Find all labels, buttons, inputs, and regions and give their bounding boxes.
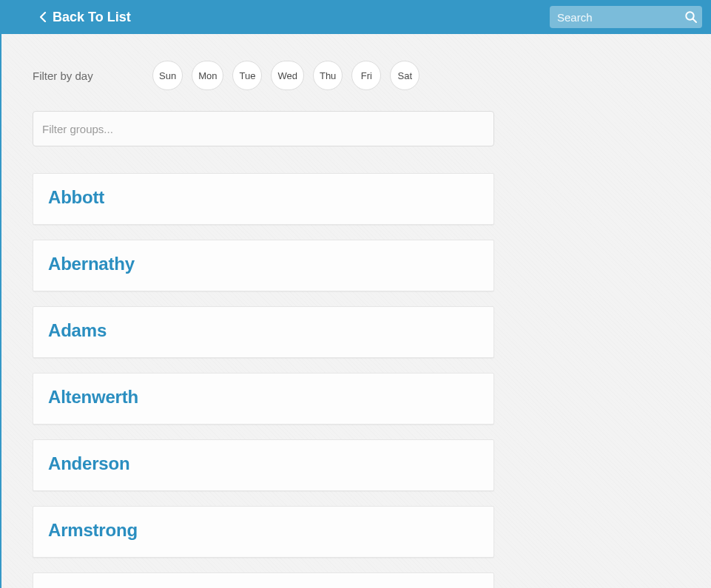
top-bar: Back To List — [0, 0, 711, 34]
day-pill-fri[interactable]: Fri — [351, 61, 381, 90]
day-pill-sat[interactable]: Sat — [390, 61, 419, 90]
group-title: Abbott — [48, 187, 479, 208]
group-title: Adams — [48, 320, 479, 341]
search-wrap — [550, 6, 702, 28]
group-title: Altenwerth — [48, 387, 479, 408]
left-accent-strip — [0, 34, 1, 588]
back-to-list-link[interactable]: Back To List — [0, 10, 131, 25]
group-title — [48, 581, 479, 588]
group-card[interactable]: Adams — [33, 306, 494, 358]
filter-groups-input[interactable] — [33, 111, 494, 146]
group-title: Abernathy — [48, 254, 479, 274]
day-pill-tue[interactable]: Tue — [232, 61, 262, 90]
day-pill-sun[interactable]: Sun — [152, 61, 183, 90]
group-card[interactable]: Abernathy — [33, 240, 494, 291]
group-card[interactable]: Anderson — [33, 439, 494, 491]
day-pill-thu[interactable]: Thu — [313, 61, 343, 90]
day-pill-wed[interactable]: Wed — [271, 61, 304, 90]
group-card[interactable] — [33, 572, 494, 588]
group-title: Armstrong — [48, 520, 479, 541]
back-to-list-label: Back To List — [53, 10, 131, 25]
group-card[interactable]: Altenwerth — [33, 373, 494, 425]
day-filter-pills: Sun Mon Tue Wed Thu Fri Sat — [152, 61, 419, 90]
group-card[interactable]: Armstrong — [33, 506, 494, 558]
day-pill-mon[interactable]: Mon — [192, 61, 223, 90]
search-icon[interactable] — [684, 10, 698, 24]
main-content: Filter by day Sun Mon Tue Wed Thu Fri Sa… — [0, 34, 494, 588]
group-list: Abbott Abernathy Adams Altenwerth Anders… — [33, 173, 494, 588]
filter-by-day-label: Filter by day — [33, 70, 152, 82]
chevron-left-icon — [40, 12, 47, 22]
filter-by-day-row: Filter by day Sun Mon Tue Wed Thu Fri Sa… — [33, 61, 494, 90]
group-title: Anderson — [48, 453, 479, 474]
search-input[interactable] — [550, 6, 702, 28]
group-card[interactable]: Abbott — [33, 173, 494, 225]
svg-line-1 — [693, 19, 697, 23]
